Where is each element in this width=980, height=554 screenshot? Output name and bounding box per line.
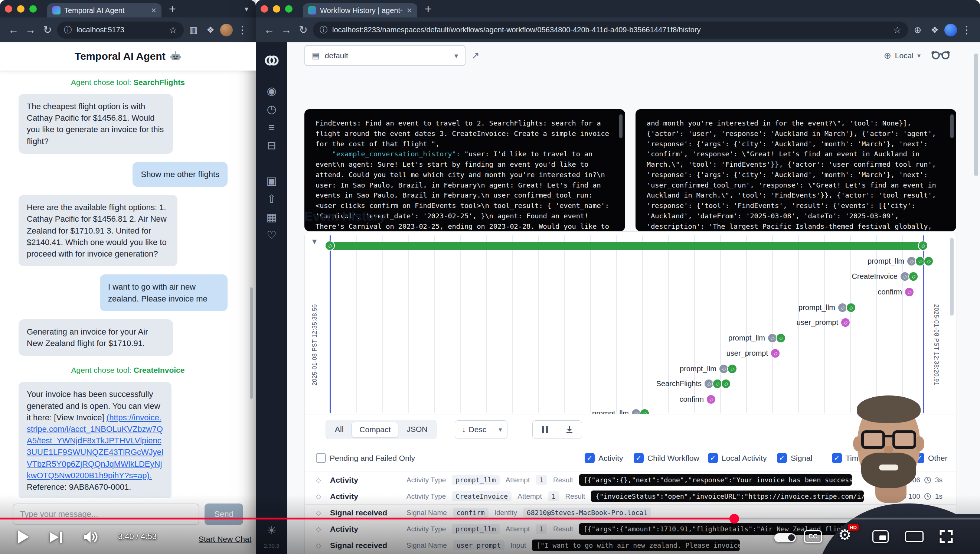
pause-button[interactable] (533, 421, 557, 439)
filter-signal[interactable]: ✓Signal (777, 453, 812, 463)
next-button[interactable] (50, 532, 62, 543)
filter-other[interactable]: ✓Other (914, 453, 948, 463)
menu-kebab-icon[interactable]: ⋮ (959, 25, 974, 35)
workflows-eye-icon[interactable]: ◉ (256, 82, 287, 100)
autoplay-toggle[interactable] (774, 533, 796, 542)
timeline-event-user-prompt[interactable]: user_prompt◇ (797, 316, 850, 329)
workflow-duration-bar[interactable] (330, 242, 924, 250)
tab-workflow-history[interactable]: Workflow History | agent-wor × (303, 3, 417, 18)
filter-child-workflow[interactable]: ✓Child Workflow (634, 453, 699, 463)
theater-mode-button[interactable] (905, 531, 924, 542)
traffic-close-button[interactable] (5, 5, 12, 13)
settings-button[interactable]: ⚙ HD (838, 527, 851, 542)
traffic-close-button[interactable] (261, 5, 268, 13)
site-info-icon[interactable]: ⓘ (64, 24, 72, 36)
video-progress-track[interactable] (0, 517, 980, 519)
send-button[interactable]: Send (205, 503, 243, 525)
forward-icon[interactable]: → (279, 25, 294, 35)
menu-kebab-icon[interactable]: ⋮ (235, 25, 250, 35)
tab-search-chevron-icon[interactable]: ▾ (245, 5, 248, 13)
timeline-event-confirm[interactable]: confirm◇ (878, 285, 914, 298)
timeline-event-prompt-llm[interactable]: prompt_llm◇◇◇ (867, 255, 934, 267)
traffic-zoom-button[interactable] (29, 5, 37, 13)
schedules-clock-icon[interactable]: ◷ (256, 100, 287, 118)
view-tab-all[interactable]: All (328, 422, 351, 438)
timeline-event-confirm[interactable]: confirm◇ (679, 393, 716, 406)
dashboard-icon[interactable]: ▦ (256, 208, 287, 226)
profile-avatar[interactable] (944, 24, 957, 37)
bookmark-star-icon[interactable]: ☆ (169, 25, 177, 35)
feedback-heart-icon[interactable]: ♡ (256, 226, 287, 244)
back-icon[interactable]: ← (262, 25, 277, 35)
side-panel-icon[interactable]: ▥ (186, 25, 201, 35)
pending-failed-filter[interactable]: Pending and Failed Only (316, 453, 415, 463)
timeline-event-prompt-llm[interactable]: prompt_llm◇◇ (592, 407, 650, 414)
view-tab-json[interactable]: JSON (399, 422, 435, 438)
batch-icon[interactable]: ▣ (256, 172, 287, 190)
tab-temporal-ai-agent[interactable]: Temporal AI Agent × (47, 3, 161, 18)
panel-scrollbar[interactable] (950, 115, 954, 138)
workflow-input-panel-right[interactable]: and month you're interested in for the e… (635, 109, 956, 231)
download-button[interactable] (557, 421, 582, 439)
reload-icon[interactable]: ↻ (40, 25, 55, 35)
play-button[interactable] (18, 530, 29, 544)
forward-icon[interactable]: → (23, 25, 38, 35)
start-new-chat-link[interactable]: Start New Chat (199, 535, 251, 544)
table-row[interactable]: ◇ Activity Activity Typeprompt_llm Attem… (305, 471, 956, 488)
timeline-event-createinvoice[interactable]: CreateInvoice◇◇ (852, 270, 918, 283)
timeline-event-prompt-llm[interactable]: prompt_llm◇◇ (799, 301, 856, 314)
temporal-logo[interactable] (264, 54, 280, 67)
timeline-event-searchflights[interactable]: SearchFlights◇◇◇ (656, 377, 731, 390)
panel-scrollbar[interactable] (619, 115, 622, 138)
region-selector[interactable]: ⊕ Local ▾ (884, 45, 921, 66)
tab-close-icon[interactable]: × (151, 6, 156, 15)
filter-local-activity[interactable]: ✓Local Activity (708, 453, 767, 463)
message-input[interactable] (13, 503, 199, 525)
chat-scrollbar[interactable] (250, 287, 253, 399)
open-in-new-icon[interactable]: ↗ (471, 50, 480, 61)
tab-close-icon[interactable]: × (407, 6, 412, 15)
traffic-minimize-button[interactable] (273, 5, 280, 13)
back-icon[interactable]: ← (6, 25, 21, 35)
bookmark-star-icon[interactable]: ☆ (893, 25, 901, 35)
filter-activity[interactable]: ✓Activity (585, 453, 623, 463)
import-icon[interactable]: ⇧ (256, 190, 287, 208)
captions-button[interactable]: CC (804, 530, 822, 543)
new-tab-button[interactable]: + (169, 3, 176, 15)
extensions-icon[interactable]: ❖ (927, 25, 942, 35)
invoice-link[interactable]: (https://invoice.stripe.com/i/acct_1NBOL… (27, 413, 163, 480)
filter-timer[interactable]: ✓Timer (832, 453, 865, 463)
archive-icon[interactable]: ⊟ (256, 136, 287, 154)
timeline-event-prompt-llm[interactable]: prompt_llm◇◇ (680, 362, 737, 375)
page-scrollbar[interactable] (974, 54, 978, 176)
view-tab-compact[interactable]: Compact (352, 422, 398, 438)
labs-glasses-icon[interactable] (931, 49, 950, 60)
table-row[interactable]: ◇ Activity Activity TypeCreateInvoice At… (305, 488, 956, 504)
video-progress-scrubber[interactable] (729, 514, 739, 524)
namespace-select[interactable]: ▤ default ▾ (304, 45, 466, 66)
new-tab-button[interactable]: + (425, 3, 432, 15)
timeline-scrollbar[interactable] (950, 238, 954, 315)
profile-avatar[interactable] (220, 24, 233, 37)
traffic-zoom-button[interactable] (285, 5, 293, 13)
install-icon[interactable]: ⊕ (910, 25, 925, 35)
traffic-minimize-button[interactable] (17, 5, 24, 13)
volume-button[interactable] (83, 530, 100, 544)
timeline[interactable]: ▾ ◇ ◇ 2025-01-08 PST 12:35:38.56 2025-01… (305, 232, 956, 414)
timeline-end-marker[interactable]: ◇ (918, 240, 928, 251)
address-bar[interactable]: ⓘ localhost:5173 ☆ (57, 22, 184, 38)
timeline-start-marker[interactable]: ◇ (325, 240, 335, 251)
task-queues-icon[interactable]: ≡ (256, 118, 287, 136)
theme-sun-icon[interactable]: ☀ (256, 521, 287, 540)
sort-button[interactable]: ↓Desc ▾ (455, 420, 508, 439)
timeline-event-user-prompt[interactable]: user_prompt◇ (727, 347, 780, 360)
address-bar[interactable]: ⓘ localhost:8233/namespaces/default/work… (313, 22, 908, 38)
chat-message-list[interactable]: Agent chose tool: SearchFlights The chea… (0, 70, 256, 498)
extensions-icon[interactable]: ❖ (203, 25, 218, 35)
site-info-icon[interactable]: ⓘ (320, 24, 328, 36)
timeline-event-prompt-llm[interactable]: prompt_llm◇◇ (728, 331, 786, 344)
reload-icon[interactable]: ↻ (296, 25, 311, 35)
miniplayer-button[interactable] (872, 530, 889, 543)
fullscreen-button[interactable] (939, 530, 953, 544)
table-row[interactable]: ◇ Signal received Signal Nameuser_prompt… (305, 537, 956, 553)
